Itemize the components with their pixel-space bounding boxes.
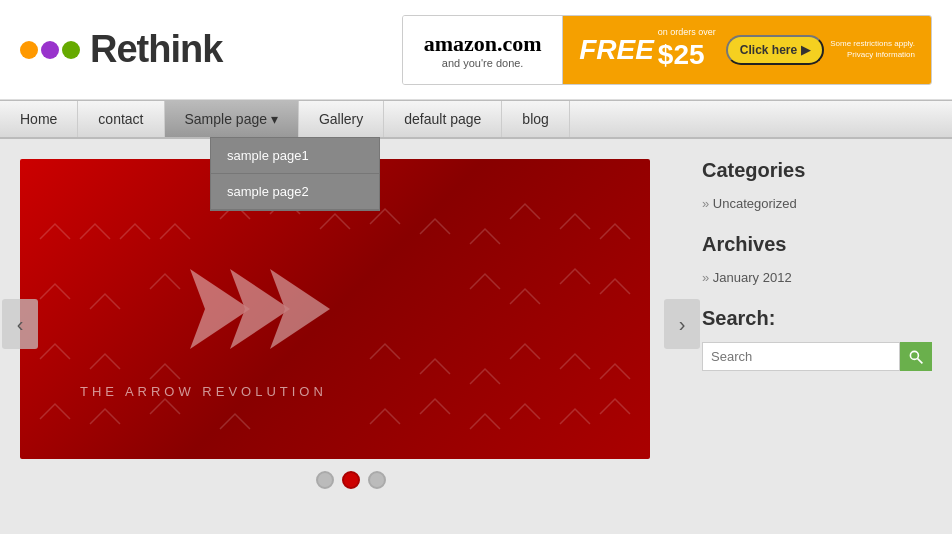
nav-link-gallery[interactable]: Gallery (299, 101, 384, 137)
ad-free-section: FREE on orders over $25 Click here ▶ Som… (563, 16, 931, 84)
svg-point-3 (910, 351, 918, 359)
slider-caption: THE ARROW REVOLUTION (80, 384, 327, 399)
ad-restrictions: Some restrictions apply. Privacy informa… (830, 39, 915, 60)
ad-amazon-section: amazon.com and you're done. (403, 16, 563, 84)
slider-dot-2[interactable] (342, 471, 360, 489)
slider-prev-button[interactable]: ‹ (2, 299, 38, 349)
dropdown-menu: sample page1 sample page2 (210, 137, 380, 211)
nav-link-default-page[interactable]: default page (384, 101, 502, 137)
search-icon (908, 349, 924, 365)
ad-amount: $25 (658, 38, 716, 72)
ad-restrictions-text: Some restrictions apply. (830, 39, 915, 48)
archives-section: Archives January 2012 (702, 233, 932, 287)
slider-dot-1[interactable] (316, 471, 334, 489)
nav-sample-page-label: Sample page (185, 111, 268, 127)
logo-area: Rethink (20, 28, 222, 71)
nav-link-home[interactable]: Home (0, 101, 78, 137)
nav-link-sample-page[interactable]: Sample page ▾ (165, 101, 299, 137)
main-content: THE ARROW REVOLUTION ‹ › Categories Unca… (0, 139, 952, 509)
nav-item-blog: blog (502, 101, 569, 137)
ad-click-button[interactable]: Click here ▶ (726, 35, 824, 65)
nav-item-sample-page: Sample page ▾ (165, 101, 299, 137)
categories-section: Categories Uncategorized (702, 159, 932, 213)
header: Rethink amazon.com and you're done. FREE… (0, 0, 952, 100)
sidebar: Categories Uncategorized Archives Januar… (702, 159, 932, 489)
slider-dot-3[interactable] (368, 471, 386, 489)
circle-purple (41, 41, 59, 59)
nav-item-home: Home (0, 101, 78, 137)
amazon-logo-text: amazon.com (424, 31, 542, 57)
nav-item-default-page: default page (384, 101, 502, 137)
nav-list: Home contact Sample page ▾ Gallery defau… (0, 101, 952, 137)
nav-link-contact[interactable]: contact (78, 101, 164, 137)
main-nav: Home contact Sample page ▾ Gallery defau… (0, 100, 952, 139)
categories-title: Categories (702, 159, 932, 186)
svg-line-4 (918, 358, 923, 363)
logo-circles (20, 41, 80, 59)
archive-january-2012[interactable]: January 2012 (702, 268, 932, 287)
ad-click-label: Click here (740, 43, 797, 57)
archives-title: Archives (702, 233, 932, 260)
search-button[interactable] (900, 342, 932, 371)
ad-banner: amazon.com and you're done. FREE on orde… (402, 15, 932, 85)
search-section: Search: (702, 307, 932, 371)
nav-item-gallery: Gallery (299, 101, 384, 137)
nav-link-blog[interactable]: blog (502, 101, 569, 137)
nav-item-contact: contact (78, 101, 164, 137)
slider-next-button[interactable]: › (664, 299, 700, 349)
dropdown-item-sample-page1[interactable]: sample page1 (211, 138, 379, 174)
circle-green (62, 41, 80, 59)
search-input[interactable] (702, 342, 900, 371)
amazon-tagline: and you're done. (442, 57, 524, 69)
ad-free-details: on orders over $25 (658, 27, 716, 71)
search-title: Search: (702, 307, 932, 334)
ad-play-icon: ▶ (801, 43, 810, 57)
circle-orange (20, 41, 38, 59)
ad-orders-text: on orders over (658, 27, 716, 38)
search-input-wrap (702, 342, 932, 371)
dropdown-arrow-icon: ▾ (271, 111, 278, 127)
category-uncategorized[interactable]: Uncategorized (702, 194, 932, 213)
ad-privacy-text: Privacy information (847, 50, 915, 59)
logo-text: Rethink (90, 28, 222, 71)
ad-free-text: FREE (579, 34, 654, 66)
dropdown-item-sample-page2[interactable]: sample page2 (211, 174, 379, 210)
slider-dots (20, 471, 682, 489)
